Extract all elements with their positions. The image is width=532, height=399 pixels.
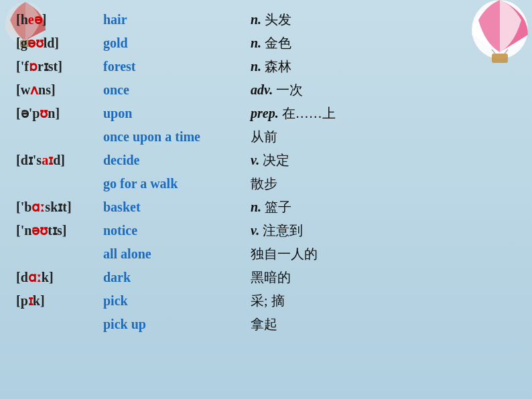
chinese-cell: 黑暗的 xyxy=(248,266,519,289)
chinese-cell: 散步 xyxy=(248,172,519,195)
chinese-cell: n. 头发 xyxy=(248,8,519,31)
english-cell: decide xyxy=(101,149,248,172)
phonetic-cell xyxy=(13,125,101,149)
english-cell: basket xyxy=(101,195,248,219)
table-row: [gəʊld] gold n. 金色 xyxy=(13,31,519,55)
phonetic-cell: [heə] xyxy=(13,8,101,31)
phonetic-cell: ['fɒrɪst] xyxy=(13,55,101,78)
table-row: [pɪk] pick 采; 摘 xyxy=(13,289,519,313)
vocab-table: [heə] hair n. 头发 [gəʊld] gold n. 金色 ['fɒ… xyxy=(13,8,519,336)
english-cell: pick xyxy=(101,289,248,313)
phonetic-cell xyxy=(13,172,101,195)
table-row: go for a walk 散步 xyxy=(13,172,519,195)
chinese-cell: adv. 一次 xyxy=(248,78,519,102)
phrase-cell: pick up xyxy=(101,313,248,336)
phrase-cell: go for a walk xyxy=(101,172,248,195)
english-cell: dark xyxy=(101,266,248,289)
phonetic-cell: ['nəʊtɪs] xyxy=(13,219,101,242)
chinese-cell: 独自一人的 xyxy=(248,242,519,266)
chinese-cell: prep. 在……上 xyxy=(248,102,519,125)
phonetic-cell: [wʌns] xyxy=(13,78,101,102)
phrase-cell: all alone xyxy=(101,242,248,266)
english-cell: forest xyxy=(101,55,248,78)
chinese-cell: 从前 xyxy=(248,125,519,149)
phonetic-cell xyxy=(13,242,101,266)
english-cell: once xyxy=(101,78,248,102)
chinese-cell: n. 篮子 xyxy=(248,195,519,219)
table-row: ['bɑːskɪt] basket n. 篮子 xyxy=(13,195,519,219)
content-area: [heə] hair n. 头发 [gəʊld] gold n. 金色 ['fɒ… xyxy=(0,0,532,343)
table-row: [heə] hair n. 头发 xyxy=(13,8,519,31)
table-row: [dɑːk] dark 黑暗的 xyxy=(13,266,519,289)
chinese-cell: 采; 摘 xyxy=(248,289,519,313)
chinese-cell: v. 决定 xyxy=(248,149,519,172)
table-row: [ə'pʊn] upon prep. 在……上 xyxy=(13,102,519,125)
table-row: once upon a time 从前 xyxy=(13,125,519,149)
phonetic-cell xyxy=(13,313,101,336)
phonetic-cell: [dɑːk] xyxy=(13,266,101,289)
table-row: pick up 拿起 xyxy=(13,313,519,336)
table-row: [dɪ'saɪd] decide v. 决定 xyxy=(13,149,519,172)
phonetic-cell: [dɪ'saɪd] xyxy=(13,149,101,172)
phonetic-cell: [ə'pʊn] xyxy=(13,102,101,125)
chinese-cell: v. 注意到 xyxy=(248,219,519,242)
phonetic-cell: ['bɑːskɪt] xyxy=(13,195,101,219)
phonetic-cell: [pɪk] xyxy=(13,289,101,313)
table-row: ['nəʊtɪs] notice v. 注意到 xyxy=(13,219,519,242)
chinese-cell: 拿起 xyxy=(248,313,519,336)
table-row: [wʌns] once adv. 一次 xyxy=(13,78,519,102)
table-row: all alone 独自一人的 xyxy=(13,242,519,266)
english-cell: notice xyxy=(101,219,248,242)
phonetic-cell: [gəʊld] xyxy=(13,31,101,55)
english-cell: gold xyxy=(101,31,248,55)
chinese-cell: n. 森林 xyxy=(248,55,519,78)
chinese-cell: n. 金色 xyxy=(248,31,519,55)
english-cell: hair xyxy=(101,8,248,31)
table-row: ['fɒrɪst] forest n. 森林 xyxy=(13,55,519,78)
phrase-cell: once upon a time xyxy=(101,125,248,149)
english-cell: upon xyxy=(101,102,248,125)
